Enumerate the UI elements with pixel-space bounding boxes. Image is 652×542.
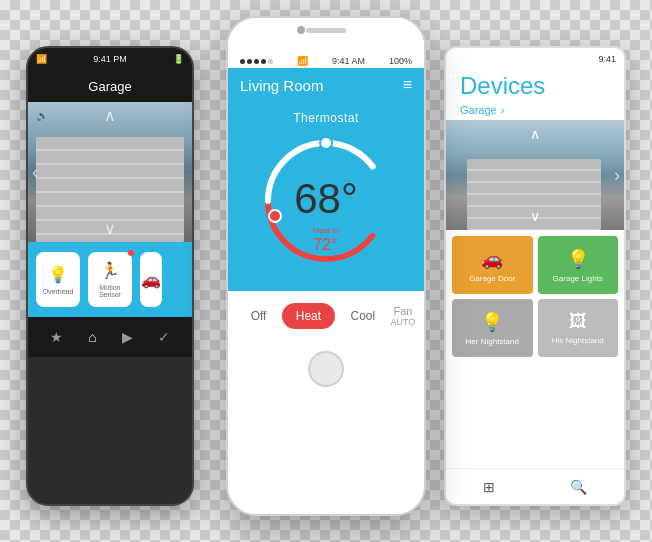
center-signal-dots — [240, 59, 273, 64]
left-nav-media[interactable]: ▶ — [122, 329, 133, 345]
right-windows-icon[interactable]: ⊞ — [483, 479, 495, 495]
right-search-icon[interactable]: 🔍 — [570, 479, 587, 495]
her-nightstand-icon: 💡 — [481, 311, 503, 333]
left-status-bar: 📶 9:41 PM 🔋 — [28, 48, 192, 70]
center-top-area: 📶 9:41 AM 100% — [228, 18, 424, 68]
center-camera — [297, 26, 305, 34]
left-arrow-up[interactable]: ∧ — [104, 106, 116, 125]
center-status-bar: 📶 9:41 AM 100% — [228, 56, 424, 66]
set-temp: 72° — [313, 236, 339, 254]
mode-heat[interactable]: Heat — [282, 303, 335, 329]
thermostat-ring: 68° Heat to 72° — [251, 126, 401, 276]
left-nav-check[interactable]: ✓ — [158, 329, 170, 345]
right-arrow-up[interactable]: ∧ — [530, 126, 540, 142]
left-nav-home[interactable]: ⌂ — [88, 329, 96, 345]
center-app-header: Living Room ≡ — [228, 68, 424, 102]
center-time: 9:41 AM — [332, 56, 365, 66]
wp-tile-his-nightstand[interactable]: 🖼 His Nightstand — [538, 299, 619, 357]
garage-tile-icon: 🚗 — [141, 270, 161, 289]
set-temp-area: Heat to 72° — [313, 226, 339, 254]
mode-cool[interactable]: Cool — [336, 303, 389, 329]
left-battery-icon: 🔋 — [173, 54, 184, 64]
garage-lights-icon: 💡 — [567, 248, 589, 270]
left-device-tiles: 💡 Overhead 🏃 Motion Sensor 🚗 — [28, 242, 192, 317]
tile-garage[interactable]: 🚗 — [140, 252, 162, 307]
right-header-area: Devices Garage › — [446, 70, 624, 120]
left-nav-star[interactable]: ★ — [50, 329, 63, 345]
center-speaker — [306, 28, 346, 33]
left-time: 9:41 PM — [93, 54, 127, 64]
right-tiles-grid: 🚗 Garage Door 💡 Garage Lights 💡 Her Nigh… — [446, 230, 624, 363]
center-wifi-icon: 📶 — [297, 56, 308, 66]
svg-point-3 — [269, 210, 281, 222]
right-time: 9:41 — [598, 54, 616, 64]
right-garage-image: ∧ › ∨ — [446, 120, 624, 230]
center-home-button[interactable] — [308, 351, 344, 387]
wp-tile-garage-door[interactable]: 🚗 Garage Door — [452, 236, 533, 294]
right-subheader-arrow: › — [501, 104, 505, 116]
tile-motion[interactable]: 🏃 Motion Sensor — [88, 252, 132, 307]
mode-fan[interactable]: Fan AUTO — [390, 305, 415, 327]
thermostat-section: Thermostat 68° Heat to — [228, 102, 424, 291]
mode-off[interactable]: Off — [237, 303, 281, 329]
phone-center: 📶 9:41 AM 100% Living Room ≡ Thermostat — [226, 16, 426, 516]
wp-tile-garage-lights[interactable]: 💡 Garage Lights — [538, 236, 619, 294]
right-subheader: Garage › — [452, 104, 618, 120]
left-title-bar: Garage — [28, 70, 192, 102]
wp-tile-her-nightstand[interactable]: 💡 Her Nightstand — [452, 299, 533, 357]
thermostat-label: Thermostat — [293, 111, 359, 125]
right-bottom-nav: ⊞ 🔍 — [446, 468, 624, 504]
garage-door-icon: 🚗 — [481, 248, 503, 270]
current-temp: 68° — [294, 175, 358, 223]
mode-bar: Off Heat Cool Fan AUTO — [228, 291, 424, 341]
motion-icon: 🏃 — [100, 261, 120, 280]
his-nightstand-icon: 🖼 — [569, 311, 587, 332]
phone-right: 9:41 Devices Garage › ∧ › ∨ 🚗 Garage Doo… — [444, 46, 626, 506]
left-arrow-down[interactable]: ∨ — [104, 219, 116, 238]
heat-to-label: Heat to — [313, 226, 339, 235]
center-app-title: Living Room — [240, 77, 323, 94]
phones-showcase: 📶 9:41 PM 🔋 Garage 🔊 ∧ ‹ ∨ 💡 Overhead 🏃 … — [26, 16, 626, 526]
right-arrow-right[interactable]: › — [614, 165, 620, 186]
right-page-title: Devices — [452, 70, 618, 104]
tile-overhead[interactable]: 💡 Overhead — [36, 252, 80, 307]
left-wifi-icon: 📶 — [36, 54, 47, 64]
left-arrow-left[interactable]: ‹ — [32, 162, 38, 183]
right-arrow-down[interactable]: ∨ — [530, 208, 540, 224]
center-menu-icon[interactable]: ≡ — [403, 76, 412, 94]
overhead-icon: 💡 — [48, 265, 68, 284]
right-status-bar: 9:41 — [446, 48, 624, 70]
center-battery: 100% — [389, 56, 412, 66]
phone-left: 📶 9:41 PM 🔋 Garage 🔊 ∧ ‹ ∨ 💡 Overhead 🏃 … — [26, 46, 194, 506]
left-garage-image: 🔊 ∧ ‹ ∨ — [28, 102, 192, 242]
left-speaker-icon: 🔊 — [36, 110, 48, 121]
svg-point-4 — [320, 137, 332, 149]
left-title: Garage — [88, 79, 131, 94]
left-bottom-nav: ★ ⌂ ▶ ✓ — [28, 317, 192, 357]
